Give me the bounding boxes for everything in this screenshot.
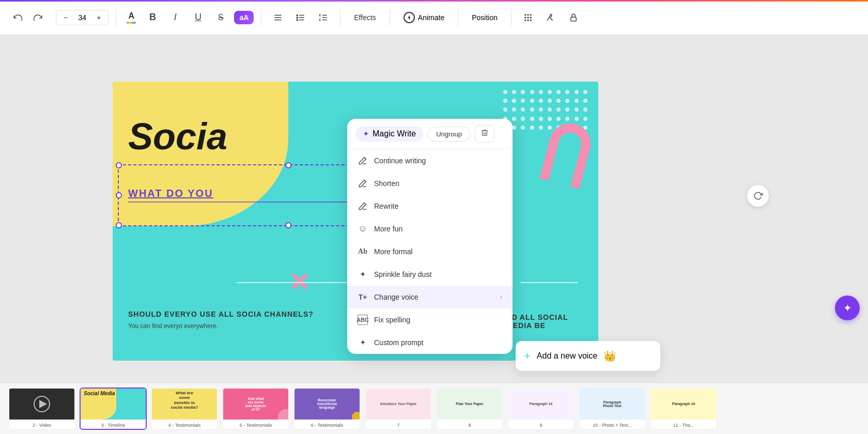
menu-item-more-formal[interactable]: Ab More formal (347, 240, 513, 263)
thumb-9-label: 10 - Photo + Text... (580, 420, 645, 430)
more-fun-icon: ☺ (358, 224, 368, 234)
lock-button[interactable] (564, 8, 583, 27)
text-color-button[interactable]: A (123, 9, 139, 26)
bold-button[interactable]: B (143, 8, 162, 27)
delete-button[interactable] (475, 125, 494, 143)
menu-list: Continue writing Shorten Rewrite (347, 149, 513, 354)
effects-button[interactable]: Effects (348, 10, 382, 25)
change-voice-icon: T+ (358, 292, 368, 302)
svg-point-6 (297, 14, 298, 16)
thumb-6-label: 7 (366, 420, 431, 430)
menu-item-change-voice[interactable]: T+ Change voice › (347, 286, 513, 308)
change-voice-label: Change voice (374, 293, 494, 301)
line-spacing-button[interactable] (314, 8, 333, 27)
thumbnail-3-timeline[interactable]: Social Media 3 - Timeline (80, 388, 147, 430)
menu-item-custom-prompt[interactable]: ✦ Custom prompt (347, 331, 513, 354)
magic-assistant-button[interactable]: ✦ (835, 296, 860, 320)
thumb-2-label: 3 - Timeline (81, 420, 146, 430)
fix-spelling-icon: ABC (358, 315, 368, 325)
thumb-10-preview: Paragraph 14 (651, 389, 716, 420)
font-size-value: 34 (73, 13, 91, 22)
magic-write-badge[interactable]: ✦ Magic Write (355, 126, 423, 142)
thumb-7-preview: Plan Your Paper (437, 389, 502, 420)
grid-options-button[interactable] (519, 8, 537, 27)
popup-header: ✦ Magic Write Ungroup (347, 119, 513, 149)
thumb-8-preview: Paragraph 14 (508, 389, 574, 420)
underline-button[interactable]: U (189, 8, 207, 27)
continue-icon (358, 156, 368, 166)
thumbnail-9[interactable]: Paragraph 14 9 (507, 388, 575, 430)
redo-button[interactable] (29, 8, 48, 27)
magic-write-star-icon: ✦ (363, 129, 369, 138)
more-fun-label: More fun (374, 225, 502, 233)
slide-title: Socia (128, 118, 227, 155)
refresh-button[interactable] (747, 185, 769, 207)
add-voice-text: Add a new voice (537, 351, 597, 361)
add-voice-panel[interactable]: + Add a new voice 👑 (516, 341, 660, 371)
position-button[interactable]: Position (466, 10, 504, 25)
thumbnail-5-testimonials[interactable]: And whatare somebad aspectsof it? 5 - Te… (222, 388, 289, 430)
thumbnail-6-testimonials[interactable]: Remembertransitionallanguage 6 - Testimo… (293, 388, 361, 430)
animate-button[interactable]: Animate (397, 9, 451, 26)
svg-rect-18 (524, 19, 526, 21)
menu-item-sprinkle[interactable]: ✦ Sprinkle fairy dust (347, 263, 513, 286)
thumb-4-preview: And whatare somebad aspectsof it? (223, 389, 288, 420)
thumbnail-2-video[interactable]: 2 - Video (8, 388, 75, 430)
thumb-3-preview: What aresomebenefits tosocial media? (152, 389, 217, 420)
bottom-left-text: You can find everyo everywhere. (128, 322, 345, 330)
handle-bottom-mid[interactable] (285, 222, 291, 228)
svg-rect-17 (530, 17, 532, 18)
text-color-bar (127, 22, 136, 24)
thumb-8-label: 9 (508, 420, 574, 430)
magic-write-label: Magic Write (373, 129, 416, 138)
bottom-left-title: SHOULD EVERYO USE ALL SOCIA CHANNELS? (128, 310, 345, 318)
menu-item-rewrite[interactable]: Rewrite (347, 195, 513, 218)
thumb-5-label: 6 - Testimonials (295, 420, 360, 430)
font-size-decrease[interactable]: − (60, 12, 71, 23)
italic-button[interactable]: I (166, 8, 184, 27)
thumb-4-label: 5 - Testimonials (223, 420, 288, 430)
crown-icon: 👑 (603, 350, 616, 362)
menu-item-more-fun[interactable]: ☺ More fun (347, 218, 513, 240)
thumb-1-preview (9, 389, 74, 420)
divider-2 (261, 9, 261, 26)
thumbnail-4-testimonials[interactable]: What aresomebenefits tosocial media? 4 -… (151, 388, 218, 430)
divider-line-right (521, 282, 578, 283)
list-button[interactable] (291, 8, 310, 27)
divider-1 (116, 9, 116, 26)
divider-3 (340, 9, 340, 26)
style-copy-button[interactable] (541, 8, 560, 27)
menu-item-shorten[interactable]: Shorten (347, 172, 513, 195)
text-color-label: A (129, 11, 135, 21)
thumb-1-label: 2 - Video (9, 420, 74, 430)
animate-icon (404, 12, 415, 23)
svg-rect-21 (571, 17, 577, 21)
thumb-3-label: 4 - Testimonials (152, 420, 217, 430)
menu-item-continue[interactable]: Continue writing (347, 149, 513, 172)
thumb-5-preview: Remembertransitionallanguage (295, 389, 360, 420)
thumbnail-10-photo-text[interactable]: ParagraphPhoto Text 10 - Photo + Text... (579, 388, 646, 430)
custom-prompt-label: Custom prompt (374, 338, 502, 347)
thumbnail-8[interactable]: Plan Your Paper 8 (436, 388, 503, 430)
rewrite-icon (358, 201, 368, 211)
strikethrough-button[interactable]: S (211, 8, 230, 27)
menu-item-fix-spelling[interactable]: ABC Fix spelling (347, 308, 513, 331)
svg-rect-13 (528, 14, 529, 16)
change-voice-arrow: › (500, 293, 502, 301)
svg-rect-14 (530, 14, 532, 16)
fix-spelling-label: Fix spelling (374, 316, 502, 324)
text-align-button[interactable] (269, 8, 287, 27)
bottom-left-content: SHOULD EVERYO USE ALL SOCIA CHANNELS? Yo… (128, 310, 345, 330)
undo-button[interactable] (8, 8, 27, 27)
handle-top-mid[interactable] (285, 162, 291, 168)
ungroup-button[interactable]: Ungroup (427, 127, 471, 142)
thumbnail-11[interactable]: Paragraph 14 11 - Tha... (650, 388, 717, 430)
thumbnail-7[interactable]: Introduce Your Paper 7 (365, 388, 432, 430)
top-gradient-bar (0, 0, 868, 2)
font-case-button[interactable]: aA (234, 11, 254, 24)
sprinkle-icon: ✦ (358, 269, 368, 280)
font-size-increase[interactable]: + (94, 12, 104, 23)
add-voice-plus-icon: + (524, 349, 531, 363)
thumb-7-label: 8 (437, 420, 502, 430)
custom-prompt-icon: ✦ (358, 337, 368, 348)
